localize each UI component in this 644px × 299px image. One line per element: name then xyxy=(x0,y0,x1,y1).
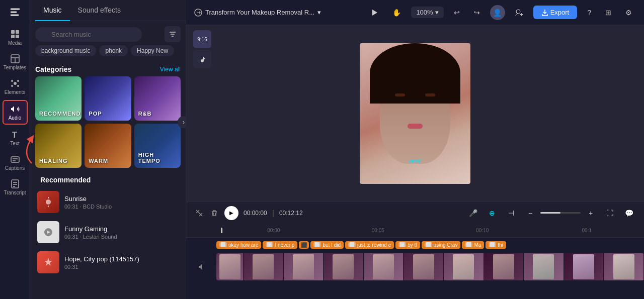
frame-thumb-2 xyxy=(284,253,324,280)
category-high-tempo[interactable]: HIGH TEMPO xyxy=(134,124,181,168)
svg-marker-31 xyxy=(372,10,377,16)
tag-happy-new[interactable]: Happy New xyxy=(131,45,174,56)
timeline-trim-button[interactable] xyxy=(194,208,204,218)
subtitle-chip-4[interactable]: ⬜ by tl xyxy=(395,241,420,249)
subtitle-overlay: okay xyxy=(409,158,421,164)
track-name-hope: Hope, City pop (1145157) xyxy=(64,255,179,263)
track-hope[interactable]: Hope, City pop (1145157) 00:31 xyxy=(35,247,181,277)
categories-next-button[interactable]: › xyxy=(178,116,186,128)
zoom-slider-fill xyxy=(540,212,560,214)
chevron-down-icon: ▾ xyxy=(317,9,321,16)
format-panel: 9:16 xyxy=(193,30,211,68)
track-thumb-sunrise xyxy=(37,191,59,213)
fullscreen-button[interactable]: ⛶ xyxy=(603,206,617,220)
track-name-sunrise: Sunrise xyxy=(64,195,179,203)
frame-thumb-4 xyxy=(364,253,404,280)
tab-music[interactable]: Music xyxy=(35,0,70,21)
frame-thumb-0 xyxy=(216,253,244,280)
sidebar-item-transcript[interactable]: Transcript xyxy=(3,176,28,198)
help-button[interactable]: ? xyxy=(583,7,595,19)
subtitle-track: ⬜ okay how are ⬜ I never p ⬛ ⬜ but I did… xyxy=(186,238,644,252)
sidebar-item-elements[interactable]: Elements xyxy=(3,75,28,98)
view-all-link[interactable]: View all xyxy=(160,66,181,73)
zoom-control[interactable]: 100% ▾ xyxy=(411,7,443,18)
play-mode-button[interactable] xyxy=(366,7,382,19)
zoom-in-button[interactable]: + xyxy=(584,206,598,220)
track-frames xyxy=(216,253,644,280)
project-name[interactable]: Transform Your Makeup Removal R... ▾ xyxy=(194,9,321,17)
video-track xyxy=(186,252,644,282)
svg-point-10 xyxy=(14,82,17,85)
hand-tool-button[interactable]: ✋ xyxy=(388,7,405,19)
subtitle-chip-2[interactable]: ⬜ but I did xyxy=(310,241,344,249)
subtitle-icon: ⬜ xyxy=(465,242,472,247)
frame-thumb-7 xyxy=(484,253,524,280)
ruler-mark-0: 00:00 xyxy=(221,228,326,233)
category-warm[interactable]: WARM xyxy=(85,124,131,168)
zoom-slider-track[interactable] xyxy=(540,212,581,214)
category-healing[interactable]: HEALING xyxy=(35,124,82,168)
sidebar-item-templates[interactable]: Templates xyxy=(3,51,28,73)
track-info-funny: Funny Gaming 00:31 · Lestari Sound xyxy=(64,225,179,240)
filter-button[interactable] xyxy=(165,26,181,42)
timeline-delete-button[interactable] xyxy=(209,208,219,218)
redo-button[interactable]: ↪ xyxy=(470,7,484,19)
avatar[interactable]: 👤 xyxy=(490,5,505,20)
export-button[interactable]: Export xyxy=(533,6,578,19)
track-name-funny: Funny Gaming xyxy=(64,225,179,233)
svg-point-27 xyxy=(46,200,51,205)
frame-thumb-6 xyxy=(444,253,484,280)
format-916-button[interactable]: 9:16 xyxy=(193,30,211,48)
subtitle-chip-1[interactable]: ⬜ I never p xyxy=(263,241,297,249)
track-funny[interactable]: Funny Gaming 00:31 · Lestari Sound xyxy=(35,217,181,247)
undo-button[interactable]: ↩ xyxy=(450,7,464,19)
svg-point-14 xyxy=(17,85,19,87)
comment-button[interactable]: 💬 xyxy=(622,206,636,220)
search-input[interactable] xyxy=(35,27,142,42)
svg-rect-5 xyxy=(11,35,15,38)
subtitle-icon: ⬜ xyxy=(219,242,227,247)
subtitle-chip-separator[interactable]: ⬛ xyxy=(299,241,309,249)
sidebar-item-audio[interactable]: Audio xyxy=(3,100,28,125)
category-recommend[interactable]: RECOMMEND xyxy=(35,76,82,121)
sidebar-item-media[interactable]: Media xyxy=(3,26,28,49)
category-pop[interactable]: POP xyxy=(85,76,131,121)
svg-line-35 xyxy=(196,210,202,216)
track-meta-funny: 00:31 · Lestari Sound xyxy=(64,234,179,240)
track-thumb-funny xyxy=(37,221,59,243)
add-user-button[interactable] xyxy=(511,7,527,19)
tag-background-music[interactable]: background music xyxy=(35,45,96,56)
main-content: Transform Your Makeup Removal R... ▾ ✋ 1… xyxy=(186,0,644,299)
category-rnb[interactable]: R&B xyxy=(134,76,181,121)
subtitle-chips-row: ⬜ okay how are ⬜ I never p ⬛ ⬜ but I did… xyxy=(216,241,644,249)
total-time: 00:12:12 xyxy=(279,210,303,217)
topbar: Transform Your Makeup Removal R... ▾ ✋ 1… xyxy=(186,0,644,25)
playhead[interactable] xyxy=(221,228,222,233)
subtitle-chip-3[interactable]: ⬜ just to rewind e xyxy=(345,241,394,249)
subtitle-chip-5[interactable]: ⬜ using Crav xyxy=(422,241,461,249)
current-time: 00:00:00 xyxy=(244,210,267,217)
ai-button[interactable]: ⊕ xyxy=(485,206,499,220)
subtitle-chip-7[interactable]: ⬜ thi xyxy=(486,241,506,249)
split-button[interactable]: ⊣ xyxy=(504,206,518,220)
tag-phonk[interactable]: phonk xyxy=(99,45,128,56)
ruler-mark-1: 00:05 xyxy=(326,228,431,233)
format-label: 9:16 xyxy=(197,37,207,42)
zoom-out-button[interactable]: − xyxy=(523,206,537,220)
search-wrapper: 🔍 xyxy=(35,27,160,42)
layout-button[interactable]: ⊞ xyxy=(601,7,615,19)
play-button[interactable]: ▶ xyxy=(224,206,238,220)
app-logo[interactable] xyxy=(7,4,23,20)
settings-button[interactable]: ⚙ xyxy=(621,7,636,19)
subtitle-icon: ⬜ xyxy=(348,242,356,247)
microphone-button[interactable]: 🎤 xyxy=(466,206,480,220)
track-meta-sunrise: 00:31 · BCD Studio xyxy=(64,204,179,210)
subtitle-chip-0[interactable]: ⬜ okay how are xyxy=(216,241,261,249)
tab-sound-effects[interactable]: Sound effects xyxy=(70,0,129,21)
frame-thumb-10 xyxy=(604,253,644,280)
svg-rect-6 xyxy=(16,35,19,38)
track-sunrise[interactable]: Sunrise 00:31 · BCD Studio xyxy=(35,187,181,217)
ruler-mark-3: 00:1 xyxy=(535,228,639,233)
subtitle-chip-6[interactable]: ⬜ Ma xyxy=(462,241,484,249)
tiktok-format-button[interactable] xyxy=(193,50,211,68)
